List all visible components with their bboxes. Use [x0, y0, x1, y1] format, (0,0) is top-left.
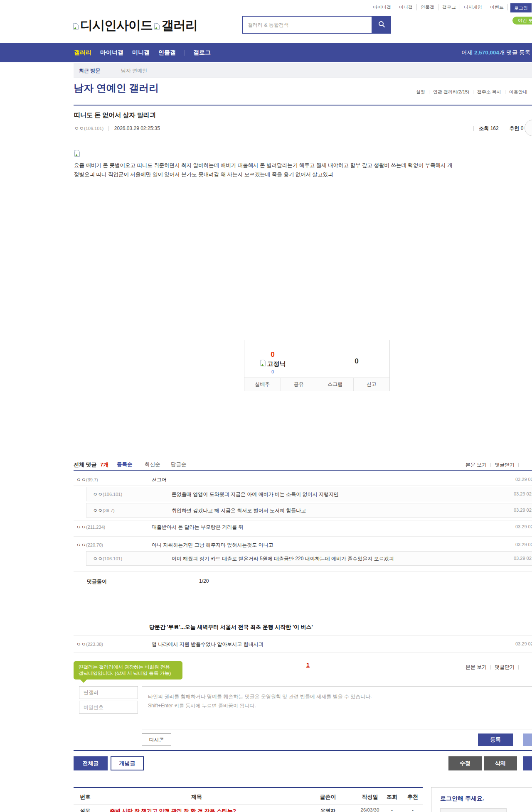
report-button[interactable]: 신고 — [353, 378, 390, 391]
login-button[interactable]: 로그인 — [510, 3, 532, 12]
comment-divider — [74, 635, 532, 636]
view-post-link[interactable]: 본문 보기 — [466, 664, 487, 671]
close-comments-link[interactable]: 댓글닫기 — [495, 461, 515, 469]
topbar-link-event[interactable]: 이벤트 — [486, 4, 507, 10]
board-top-border — [74, 787, 423, 788]
gallery-header-links: 설정 연관 갤러리(2/15) 갤주소 복사 이용안내 — [416, 89, 527, 95]
nav-item-mini-gallery[interactable]: 미니갤 — [132, 43, 150, 62]
comment-total-count: 7개 — [100, 461, 108, 468]
best-posts-button[interactable]: 개념글 — [111, 756, 144, 770]
comment-text: 아니 자취하는거면 그냥 해주지마 얹혀사는것도 아니고 — [152, 542, 273, 549]
comment-submit-button-2[interactable]: 등록 — [523, 733, 532, 746]
sort-by-reply[interactable]: 답글순 — [171, 461, 187, 468]
comment-time: 03.29 02:2 — [514, 556, 532, 561]
comment-row: ㅇㅇ(211.234) 대출받아서 돈 달라는 부모랑은 거리를 둬 03.29… — [74, 523, 532, 532]
nickname-input[interactable] — [79, 686, 138, 699]
edit-button[interactable]: 수정 — [448, 756, 482, 770]
board-header-underline — [74, 805, 423, 805]
close-comments-link[interactable]: 댓글닫기 — [495, 664, 515, 671]
dccon-button[interactable]: 디시콘 — [142, 733, 171, 746]
divider — [490, 665, 491, 670]
login-id-input[interactable] — [440, 808, 507, 812]
comment-divider — [74, 520, 532, 520]
gallery-title[interactable]: 남자 연예인 갤러리 — [74, 81, 159, 95]
login-message: 로그인해 주세요. — [440, 795, 484, 802]
comment-time: 03.29 02:2 — [514, 508, 532, 513]
search-button[interactable] — [372, 16, 391, 34]
topbar-link-minor-gallery[interactable]: 마이너갤 — [369, 4, 395, 10]
post-meta: ㅇㅇ(106.101) 2026.03.29 02:25:35 — [74, 125, 160, 132]
board-row-views: - — [382, 807, 401, 812]
board-row-writer: 운영자 — [308, 807, 348, 812]
all-posts-button[interactable]: 전체글 — [74, 756, 108, 770]
nav-item-person-gallery[interactable]: 인물갤 — [158, 43, 176, 62]
comment-text: 취업하면 갚겠다고 해 지금은 최저로 벌어서 도저히 힘들다고 — [172, 507, 306, 514]
divider — [518, 665, 519, 670]
login-side-box: 로그인해 주세요. — [431, 787, 532, 812]
comment-author: ㅇㅇ(211.234) — [76, 524, 105, 531]
divider — [473, 126, 474, 131]
nav-item-gallery[interactable]: 갤러리 — [74, 43, 91, 62]
recent-visit-bar: 최근 방문 남자 연예인 — [74, 63, 532, 78]
usage-guide-link[interactable]: 이용안내 — [509, 89, 527, 95]
comment-time: 03.29 02 — [515, 542, 532, 547]
tooltip-line: 갤닉네임입니다. (삭제 시 닉네임 등록 가능) — [79, 670, 177, 677]
write-button[interactable]: 글쓰기 — [523, 756, 532, 770]
comment-time: 03.29 02 — [515, 524, 532, 529]
broken-image-icon — [73, 23, 79, 32]
related-galleries-link[interactable]: 연관 갤러리(2/15) — [433, 89, 469, 95]
night-mode-button[interactable]: 야간 모드 — [512, 17, 532, 25]
realtime-best-button[interactable]: 실베추 — [244, 378, 281, 391]
scrap-button[interactable]: 스크랩 — [317, 378, 353, 391]
comment-author: ㅇㅇ(106.101) — [93, 491, 122, 498]
news-headline-link[interactable]: 당분간 '무료'...오늘 새벽부터 서울서 전국 최초 운행 시작한 '이 버… — [149, 623, 313, 631]
logo-text-dcinside: 디시인사이드 — [80, 19, 153, 32]
delete-button[interactable]: 삭제 — [484, 756, 517, 770]
comment-author: ㅇㅇ(39.7) — [93, 507, 115, 514]
search-input[interactable] — [243, 17, 372, 33]
comment-divider — [74, 536, 532, 537]
topbar-link-gallog[interactable]: 갤로그 — [438, 4, 460, 10]
topbar-link-mini-gallery[interactable]: 미니갤 — [395, 4, 416, 10]
downvote-count: 0 — [344, 357, 369, 366]
password-input[interactable] — [79, 701, 138, 714]
comment-author: ㅇㅇ(106.101) — [93, 555, 122, 562]
search-icon — [378, 21, 385, 29]
tooltip-line: 띤갤러는 갤러리에서 권장하는 비회원 전용 — [79, 664, 177, 670]
search-box — [242, 16, 372, 34]
comment-submit-button[interactable]: 등록 — [478, 733, 513, 746]
post-title: 띠니도 돈 없어서 살자 말리긔 — [74, 111, 156, 119]
comment-textarea[interactable]: 타인의 권리를 침해하거나 명예를 훼손하는 댓글은 운영원칙 및 관련 법률에… — [142, 686, 532, 729]
view-post-link[interactable]: 본문 보기 — [466, 461, 487, 469]
sort-by-registered[interactable]: 등록순 — [117, 461, 133, 468]
copy-gallery-url-link[interactable]: 갤주소 복사 — [477, 89, 501, 95]
board-header-title: 제목 — [97, 793, 296, 801]
comment-text: 선그어 — [152, 476, 167, 483]
comment-count-header: 전체 댓글 7개 — [74, 461, 108, 469]
sort-by-newest[interactable]: 최신순 — [145, 461, 160, 468]
views-label: 조회 — [479, 125, 489, 131]
topbar-link-person-gallery[interactable]: 인물갤 — [416, 4, 438, 10]
settings-link[interactable]: 설정 — [416, 89, 425, 95]
recent-visit-gallery[interactable]: 남자 연예인 — [121, 63, 147, 78]
comment-time: 03.29 02 — [515, 477, 532, 482]
nav-item-gallog[interactable]: 갤로그 — [193, 43, 211, 62]
divider — [429, 90, 429, 94]
board-row-title-link[interactable]: 주변 사람 잘 챙기고 인맥 관리 잘 할 것 같은 스타는? — [110, 807, 297, 812]
share-button[interactable]: 공유 — [281, 378, 317, 391]
board-row-no: 설문 — [74, 807, 97, 812]
fixed-nick-count: 0 — [256, 369, 289, 374]
topbar-link-dcgame[interactable]: 디시게임 — [460, 4, 486, 10]
comment-page-1[interactable]: 1 — [306, 662, 310, 668]
divider — [108, 126, 109, 131]
board-header-writer: 글쓴이 — [308, 793, 348, 801]
comment-notice-line: 타인의 권리를 침해하거나 명예를 훼손하는 댓글은 운영원칙 및 관련 법률에… — [148, 692, 532, 701]
nav-item-minor-gallery[interactable]: 마이너갤 — [100, 43, 123, 62]
broken-image-icon — [74, 150, 80, 159]
comment-row: ㅇㅇ(220.70) 아니 자취하는거면 그냥 해주지마 얹혀사는것도 아니고 … — [74, 540, 532, 550]
comment-text: 대출받아서 돈 달라는 부모랑은 거리를 둬 — [152, 524, 244, 531]
views-count: 162 — [490, 125, 499, 131]
site-logo[interactable]: 디시인사이드 갤러리 — [73, 19, 197, 32]
post-tool-button[interactable] — [525, 120, 532, 136]
fixed-nick-toggle[interactable]: 고정닉 — [244, 359, 301, 368]
